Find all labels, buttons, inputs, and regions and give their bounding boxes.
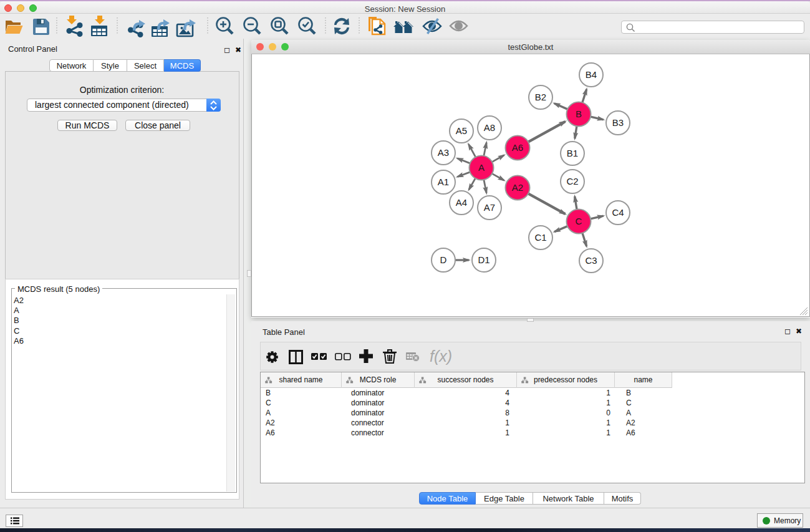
svg-text:A7: A7 bbox=[484, 202, 495, 213]
svg-text:D1: D1 bbox=[478, 254, 489, 265]
svg-text:A5: A5 bbox=[456, 125, 467, 136]
svg-text:A1: A1 bbox=[438, 177, 449, 187]
svg-text:C: C bbox=[576, 216, 582, 226]
svg-text:A6: A6 bbox=[512, 142, 523, 153]
svg-text:B4: B4 bbox=[586, 69, 597, 80]
svg-text:B2: B2 bbox=[535, 92, 546, 102]
svg-text:A: A bbox=[478, 162, 485, 173]
svg-text:B: B bbox=[576, 109, 582, 119]
svg-text:B3: B3 bbox=[612, 117, 624, 128]
svg-text:C3: C3 bbox=[585, 255, 597, 266]
svg-text:C4: C4 bbox=[612, 207, 624, 218]
svg-text:f(x): f(x) bbox=[430, 347, 452, 365]
svg-text:A4: A4 bbox=[456, 197, 467, 208]
svg-text:D: D bbox=[440, 254, 447, 265]
svg-text:A8: A8 bbox=[484, 122, 495, 133]
svg-text:A3: A3 bbox=[438, 147, 449, 158]
svg-text:C2: C2 bbox=[566, 176, 578, 186]
svg-text:A2: A2 bbox=[512, 182, 523, 193]
svg-text:B1: B1 bbox=[567, 148, 578, 158]
svg-text:C1: C1 bbox=[534, 232, 546, 243]
